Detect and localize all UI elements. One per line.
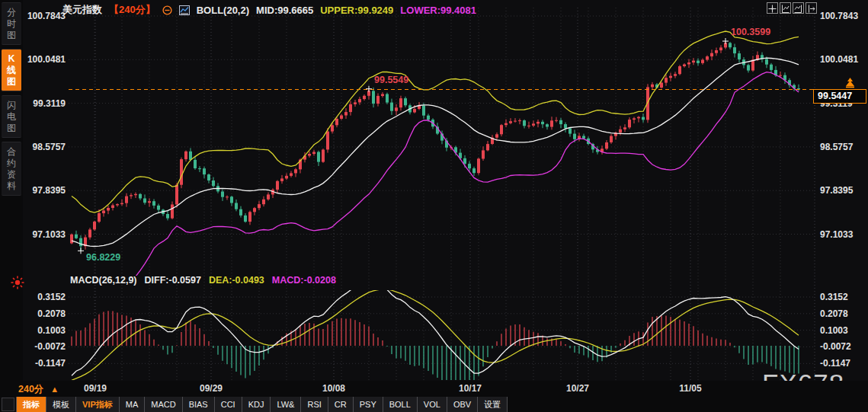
extreme-price-annotation-2: 100.3599	[731, 27, 770, 37]
macd-axis-label-left-1: 0.2078	[23, 308, 66, 319]
toolbar-item-PSY[interactable]: PSY	[354, 397, 383, 412]
period-up-arrow-icon: ▲	[50, 385, 59, 394]
main-chart-canvas[interactable]	[69, 0, 815, 381]
macd-axis-label-left-2: 0.1003	[23, 325, 66, 336]
macd-header: MACD(26,12,9) DIFF:-0.0597 DEA:-0.0493 M…	[70, 275, 336, 286]
price-axis-label-left-3: 98.5757	[23, 142, 66, 152]
macd-axis-label-right-1: 0.2078	[820, 308, 867, 319]
price-axis-label-right-5: 97.1033	[820, 229, 867, 240]
price-axis-label-left-1: 100.0481	[23, 54, 66, 65]
boll-upper-value: UPPER:99.9249	[320, 5, 393, 16]
macd-value: MACD:-0.0208	[272, 275, 336, 286]
sidebar-tab-2[interactable]: 闪电图	[2, 95, 21, 138]
toolbar-filler	[508, 397, 868, 412]
chart-layout-controls	[767, 2, 817, 14]
time-axis-strip: 240分▲ 09/1909/2910/0810/1710/2711/05	[0, 381, 868, 397]
price-axis-label-right-3: 98.5757	[820, 142, 867, 152]
macd-diff-value: DIFF:-0.0597	[145, 275, 201, 286]
toolbar-item-VOL[interactable]: VOL	[418, 397, 447, 412]
price-axis-label-right-1: 100.0481	[820, 54, 867, 65]
time-axis-label-3: 10/17	[450, 383, 490, 394]
macd-axis-label-right-4: -0.1147	[820, 358, 867, 369]
bottom-toolbar: 指标模板VIP指标MAMACDBIASCCIKDJLW&RSICRPSYBOLL…	[0, 397, 868, 412]
trading-terminal: 分时图K线图闪电图合约资料 美元指数 【240分】 BOLL(20,2)	[0, 0, 868, 412]
indicator-chart-icon[interactable]	[179, 5, 190, 15]
sidebar-tab-0[interactable]: 分时图	[2, 2, 21, 45]
toolbar-item-RSI[interactable]: RSI	[301, 397, 328, 412]
sidebar-tab-1[interactable]: K线图	[2, 49, 21, 91]
macd-axis-label-right-3: -0.0072	[820, 341, 867, 352]
price-axis-label-left-0: 100.7843	[23, 11, 66, 21]
time-axis-label-5: 11/05	[671, 383, 710, 394]
period-selector[interactable]: 240分▲	[18, 383, 59, 396]
toolbar-item-指标[interactable]: 指标	[16, 397, 46, 412]
sidebar: 分时图K线图闪电图合约资料	[0, 0, 23, 381]
price-axis-label-left-5: 97.1033	[23, 229, 66, 240]
left-axis-pane-icon[interactable]	[780, 2, 791, 14]
price-axis-label-left-4: 97.8395	[23, 185, 66, 196]
macd-axis-label-left-4: -0.1147	[23, 358, 66, 369]
symbol-title: 美元指数	[62, 3, 102, 17]
extreme-price-annotation-1: 99.5549	[374, 75, 408, 85]
period-selector-label: 240分	[18, 384, 43, 394]
macd-axis-label-right-2: 0.1003	[820, 325, 867, 336]
toolbar-item-VIP指标[interactable]: VIP指标	[76, 397, 120, 412]
extreme-price-annotation-0: 96.8229	[86, 252, 120, 263]
period-label: 【240分】	[109, 3, 155, 17]
price-axis-label-right-0: 100.7843	[820, 11, 867, 21]
boll-settings-label: BOLL(20,2)	[197, 5, 249, 16]
macd-dea-value: DEA:-0.0493	[209, 275, 264, 286]
toolbar-item-CCI[interactable]: CCI	[215, 397, 242, 412]
sidebar-tab-3[interactable]: 合约资料	[2, 142, 21, 196]
macd-axis-label-left-3: -0.0072	[23, 341, 66, 352]
toolbar-item-BOLL[interactable]: BOLL	[383, 397, 418, 412]
toolbar-item-OBV[interactable]: OBV	[447, 397, 478, 412]
toolbar-collapse-button[interactable]	[2, 398, 14, 411]
move-crosshair-icon[interactable]	[767, 2, 778, 14]
toolbar-item-CR[interactable]: CR	[328, 397, 354, 412]
chart-region: 美元指数 【240分】 BOLL(20,2) MID:99.6665 UPPER…	[23, 0, 868, 381]
price-axis-label-left-2: 99.3119	[23, 98, 66, 109]
last-price-box: 99.5447	[813, 89, 866, 104]
toolbar-item-MACD[interactable]: MACD	[145, 397, 182, 412]
toolbar-item-LW&[interactable]: LW&	[271, 397, 301, 412]
price-up-arrow-icon	[844, 78, 856, 88]
price-axis-label-right-4: 97.8395	[820, 185, 867, 196]
time-axis-label-0: 09/19	[75, 383, 115, 394]
shift-pane-icon[interactable]	[806, 2, 817, 14]
macd-axis-label-left-0: 0.3152	[23, 292, 66, 302]
toolbar-item-KDJ[interactable]: KDJ	[242, 397, 271, 412]
macd-settings-label: MACD(26,12,9)	[70, 275, 137, 286]
price-alert-icon[interactable]	[11, 276, 24, 289]
toolbar-item-设置[interactable]: 设置	[478, 397, 508, 412]
toolbar-item-MA[interactable]: MA	[120, 397, 146, 412]
time-axis-label-2: 10/08	[314, 383, 354, 394]
boll-mid-value: MID:99.6665	[256, 5, 313, 16]
time-axis-label-1: 09/29	[191, 383, 231, 394]
collapse-circle-icon[interactable]	[162, 5, 172, 15]
boll-lower-value: LOWER:99.4081	[400, 5, 476, 16]
toolbar-item-模板[interactable]: 模板	[46, 397, 76, 412]
time-axis-label-4: 10/27	[558, 383, 597, 394]
chart-header: 美元指数 【240分】 BOLL(20,2) MID:99.6665 UPPER…	[62, 3, 476, 17]
right-axis-pane-icon[interactable]	[793, 2, 804, 14]
toolbar-item-BIAS[interactable]: BIAS	[183, 397, 215, 412]
macd-axis-label-right-0: 0.3152	[820, 292, 867, 302]
